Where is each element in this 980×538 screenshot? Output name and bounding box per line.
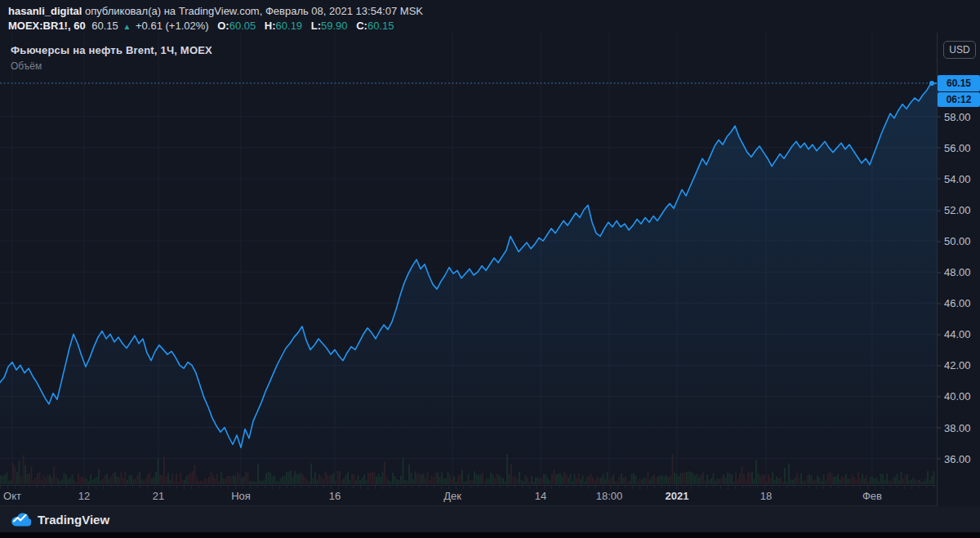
footer-bar: TradingView xyxy=(0,506,980,532)
price-tick-label: 48.00 xyxy=(944,266,971,278)
time-axis-label: 2021 xyxy=(666,490,689,502)
bar-countdown-badge: 06:12 xyxy=(938,92,980,107)
chart-pane[interactable]: Фьючерсы на нефть Brent, 1Ч, MOEX Объём xyxy=(0,0,937,485)
price-tick-label: 58.00 xyxy=(944,110,971,122)
tradingview-logo-icon[interactable] xyxy=(10,510,31,528)
tradingview-published-chart: hasanli_digital опубликовал(а) на Tradin… xyxy=(0,0,980,538)
time-minor-ticks xyxy=(0,486,937,489)
time-axis-label: Фев xyxy=(862,490,882,502)
time-axis-label: 14 xyxy=(535,490,546,502)
time-axis-label: Окт xyxy=(3,490,21,502)
time-axis-label: 18:00 xyxy=(596,490,623,502)
price-tick-label: 52.00 xyxy=(944,204,971,216)
price-tick-label: 42.00 xyxy=(944,359,971,371)
time-axis-label: 16 xyxy=(329,490,341,502)
price-tick-label: 50.00 xyxy=(944,235,971,247)
currency-button[interactable]: USD xyxy=(943,41,976,59)
time-axis-label: 21 xyxy=(153,490,164,502)
time-scale[interactable]: Окт1221Ноя16Дек1418:00202118Фев xyxy=(0,485,937,506)
last-price-badge: 60.15 xyxy=(938,75,980,91)
bottom-strip xyxy=(0,532,980,538)
price-line-chart[interactable] xyxy=(0,0,937,485)
price-tick-label: 56.00 xyxy=(944,141,971,153)
time-axis-label: 18 xyxy=(760,490,772,502)
time-axis-label: Дек xyxy=(443,490,461,502)
price-tick-label: 36.00 xyxy=(944,452,971,465)
price-tick-label: 40.00 xyxy=(944,390,971,402)
price-tick-label: 38.00 xyxy=(944,421,971,434)
price-scale[interactable]: USD 58.0056.0054.0052.0050.0048.0046.004… xyxy=(937,33,980,506)
time-axis-label: 12 xyxy=(78,490,90,502)
price-tick-label: 44.00 xyxy=(944,328,971,340)
time-axis-label: Ноя xyxy=(231,490,251,502)
price-tick-label: 54.00 xyxy=(944,172,971,185)
price-tick-label: 46.00 xyxy=(944,297,971,309)
tradingview-brand-link[interactable]: TradingView xyxy=(38,513,109,527)
